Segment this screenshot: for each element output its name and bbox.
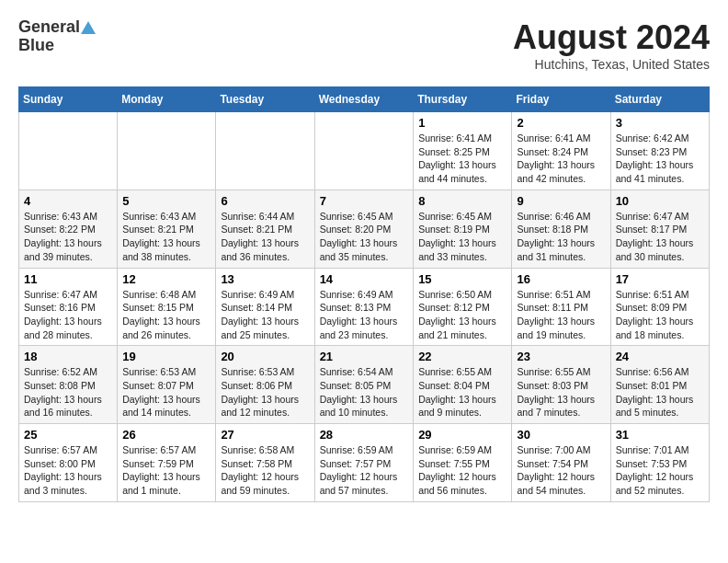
day-number: 18 (24, 350, 112, 363)
day-content: Sunrise: 6:45 AM Sunset: 8:19 PM Dayligh… (418, 210, 506, 264)
weekday-friday: Friday (512, 87, 610, 112)
day-content: Sunrise: 6:47 AM Sunset: 8:17 PM Dayligh… (616, 210, 704, 264)
calendar-cell: 24Sunrise: 6:56 AM Sunset: 8:01 PM Dayli… (610, 346, 709, 424)
calendar-cell (118, 112, 216, 190)
day-content: Sunrise: 6:44 AM Sunset: 8:21 PM Dayligh… (221, 210, 309, 264)
day-content: Sunrise: 7:01 AM Sunset: 7:53 PM Dayligh… (616, 443, 704, 498)
title-area: August 2024 Hutchins, Texas, United Stat… (513, 18, 710, 72)
day-number: 26 (122, 428, 210, 442)
day-content: Sunrise: 6:49 AM Sunset: 8:14 PM Dayligh… (221, 288, 309, 342)
day-number: 10 (616, 194, 704, 208)
day-number: 7 (320, 194, 409, 208)
day-content: Sunrise: 7:00 AM Sunset: 7:54 PM Dayligh… (517, 443, 605, 498)
calendar-cell: 11Sunrise: 6:47 AM Sunset: 8:16 PM Dayli… (19, 268, 118, 346)
day-number: 25 (24, 428, 112, 442)
calendar-cell: 14Sunrise: 6:49 AM Sunset: 8:13 PM Dayli… (314, 268, 414, 346)
calendar-cell: 17Sunrise: 6:51 AM Sunset: 8:09 PM Dayli… (610, 268, 709, 346)
calendar-cell: 5Sunrise: 6:43 AM Sunset: 8:21 PM Daylig… (118, 190, 216, 268)
logo-icon (80, 19, 97, 36)
calendar-cell: 30Sunrise: 7:00 AM Sunset: 7:54 PM Dayli… (512, 424, 610, 502)
day-number: 1 (418, 116, 506, 130)
day-content: Sunrise: 6:59 AM Sunset: 7:57 PM Dayligh… (320, 443, 409, 498)
page-header: General Blue August 2024 Hutchins, Texas… (18, 18, 710, 72)
day-number: 29 (418, 428, 506, 442)
weekday-header-row: SundayMondayTuesdayWednesdayThursdayFrid… (19, 87, 710, 112)
day-content: Sunrise: 6:48 AM Sunset: 8:15 PM Dayligh… (122, 288, 210, 342)
day-number: 23 (517, 350, 605, 363)
day-number: 16 (517, 272, 605, 286)
day-content: Sunrise: 6:46 AM Sunset: 8:18 PM Dayligh… (517, 210, 605, 264)
weekday-monday: Monday (118, 87, 216, 112)
week-row-4: 18Sunrise: 6:52 AM Sunset: 8:08 PM Dayli… (19, 346, 710, 424)
calendar-cell: 31Sunrise: 7:01 AM Sunset: 7:53 PM Dayli… (610, 424, 709, 502)
weekday-tuesday: Tuesday (216, 87, 314, 112)
day-number: 27 (221, 428, 309, 442)
day-content: Sunrise: 6:53 AM Sunset: 8:07 PM Dayligh… (122, 365, 210, 419)
day-content: Sunrise: 6:43 AM Sunset: 8:22 PM Dayligh… (24, 210, 112, 264)
day-content: Sunrise: 6:55 AM Sunset: 8:04 PM Dayligh… (418, 365, 506, 419)
day-number: 9 (517, 194, 605, 208)
calendar-cell: 16Sunrise: 6:51 AM Sunset: 8:11 PM Dayli… (512, 268, 610, 346)
day-content: Sunrise: 6:53 AM Sunset: 8:06 PM Dayligh… (221, 365, 309, 419)
day-content: Sunrise: 6:57 AM Sunset: 8:00 PM Dayligh… (24, 443, 112, 498)
calendar-cell: 1Sunrise: 6:41 AM Sunset: 8:25 PM Daylig… (414, 112, 512, 190)
calendar-header: SundayMondayTuesdayWednesdayThursdayFrid… (19, 87, 710, 112)
calendar-cell: 28Sunrise: 6:59 AM Sunset: 7:57 PM Dayli… (314, 424, 414, 502)
month-title: August 2024 (513, 18, 710, 57)
day-number: 28 (320, 428, 409, 442)
day-content: Sunrise: 6:57 AM Sunset: 7:59 PM Dayligh… (122, 443, 210, 498)
day-number: 2 (517, 116, 605, 130)
day-content: Sunrise: 6:43 AM Sunset: 8:21 PM Dayligh… (122, 210, 210, 264)
day-content: Sunrise: 6:42 AM Sunset: 8:23 PM Dayligh… (616, 132, 704, 186)
calendar-cell: 26Sunrise: 6:57 AM Sunset: 7:59 PM Dayli… (118, 424, 216, 502)
day-content: Sunrise: 6:51 AM Sunset: 8:11 PM Dayligh… (517, 288, 605, 342)
week-row-2: 4Sunrise: 6:43 AM Sunset: 8:22 PM Daylig… (19, 190, 710, 268)
calendar-cell (19, 112, 118, 190)
day-number: 15 (418, 272, 506, 286)
day-content: Sunrise: 6:59 AM Sunset: 7:55 PM Dayligh… (418, 443, 506, 498)
day-number: 17 (616, 272, 704, 286)
day-number: 24 (616, 350, 704, 363)
calendar-cell: 18Sunrise: 6:52 AM Sunset: 8:08 PM Dayli… (19, 346, 118, 424)
day-number: 31 (616, 428, 704, 442)
calendar-cell (314, 112, 414, 190)
calendar-cell: 21Sunrise: 6:54 AM Sunset: 8:05 PM Dayli… (314, 346, 414, 424)
day-number: 11 (24, 272, 112, 286)
calendar-cell: 6Sunrise: 6:44 AM Sunset: 8:21 PM Daylig… (216, 190, 314, 268)
calendar-table: SundayMondayTuesdayWednesdayThursdayFrid… (18, 86, 710, 502)
calendar-cell: 25Sunrise: 6:57 AM Sunset: 8:00 PM Dayli… (19, 424, 118, 502)
calendar-cell: 12Sunrise: 6:48 AM Sunset: 8:15 PM Dayli… (118, 268, 216, 346)
day-number: 4 (24, 194, 112, 208)
day-content: Sunrise: 6:50 AM Sunset: 8:12 PM Dayligh… (418, 288, 506, 342)
calendar-cell: 7Sunrise: 6:45 AM Sunset: 8:20 PM Daylig… (314, 190, 414, 268)
calendar-cell: 2Sunrise: 6:41 AM Sunset: 8:24 PM Daylig… (512, 112, 610, 190)
day-number: 20 (221, 350, 309, 363)
logo-general: General (18, 18, 80, 37)
day-number: 3 (616, 116, 704, 130)
day-content: Sunrise: 6:51 AM Sunset: 8:09 PM Dayligh… (616, 288, 704, 342)
week-row-1: 1Sunrise: 6:41 AM Sunset: 8:25 PM Daylig… (19, 112, 710, 190)
week-row-3: 11Sunrise: 6:47 AM Sunset: 8:16 PM Dayli… (19, 268, 710, 346)
day-number: 13 (221, 272, 309, 286)
calendar-cell: 15Sunrise: 6:50 AM Sunset: 8:12 PM Dayli… (414, 268, 512, 346)
day-content: Sunrise: 6:41 AM Sunset: 8:24 PM Dayligh… (517, 132, 605, 186)
calendar-cell (216, 112, 314, 190)
calendar-cell: 20Sunrise: 6:53 AM Sunset: 8:06 PM Dayli… (216, 346, 314, 424)
calendar-cell: 29Sunrise: 6:59 AM Sunset: 7:55 PM Dayli… (414, 424, 512, 502)
day-content: Sunrise: 6:47 AM Sunset: 8:16 PM Dayligh… (24, 288, 112, 342)
calendar-cell: 8Sunrise: 6:45 AM Sunset: 8:19 PM Daylig… (414, 190, 512, 268)
day-content: Sunrise: 6:52 AM Sunset: 8:08 PM Dayligh… (24, 365, 112, 419)
day-content: Sunrise: 6:41 AM Sunset: 8:25 PM Dayligh… (418, 132, 506, 186)
calendar-cell: 22Sunrise: 6:55 AM Sunset: 8:04 PM Dayli… (414, 346, 512, 424)
day-content: Sunrise: 6:54 AM Sunset: 8:05 PM Dayligh… (320, 365, 409, 419)
weekday-saturday: Saturday (610, 87, 709, 112)
day-content: Sunrise: 6:45 AM Sunset: 8:20 PM Dayligh… (320, 210, 409, 264)
calendar-cell: 10Sunrise: 6:47 AM Sunset: 8:17 PM Dayli… (610, 190, 709, 268)
day-number: 21 (320, 350, 409, 363)
day-content: Sunrise: 6:49 AM Sunset: 8:13 PM Dayligh… (320, 288, 409, 342)
weekday-thursday: Thursday (414, 87, 512, 112)
day-content: Sunrise: 6:55 AM Sunset: 8:03 PM Dayligh… (517, 365, 605, 419)
svg-marker-0 (81, 21, 96, 34)
logo-blue: Blue (18, 37, 54, 55)
calendar-cell: 9Sunrise: 6:46 AM Sunset: 8:18 PM Daylig… (512, 190, 610, 268)
